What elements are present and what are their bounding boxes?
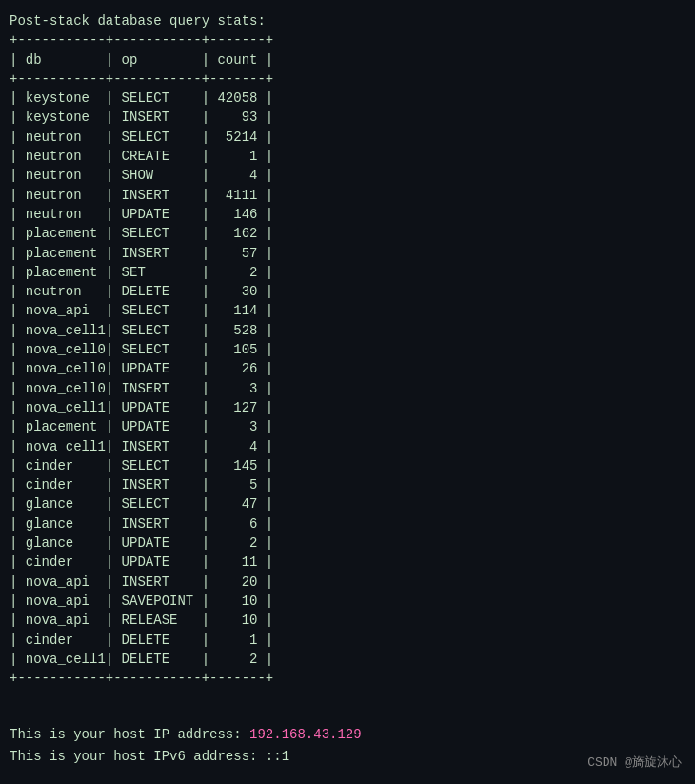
watermark-text: CSDN @旖旋沐心 [587, 754, 682, 771]
row-14: | nova_cell0| SELECT | 105 | [10, 342, 273, 357]
row-18: | placement | UPDATE | 3 | [10, 419, 273, 434]
row-11: | neutron | DELETE | 30 | [10, 284, 273, 299]
row-7: | neutron | UPDATE | 146 | [10, 207, 273, 222]
row-2: | keystone | INSERT | 93 | [10, 110, 273, 125]
row-30: | nova_cell1| DELETE | 2 | [10, 652, 273, 667]
row-10: | placement | SET | 2 | [10, 265, 273, 280]
top-separator: +-----------+-----------+-------+ [10, 32, 273, 48]
header-row: | db | op | count | [10, 52, 273, 68]
row-17: | nova_cell1| UPDATE | 127 | [10, 400, 273, 415]
row-29: | cinder | DELETE | 1 | [10, 633, 273, 648]
title-line: Post-stack database query stats: [10, 13, 266, 29]
row-16: | nova_cell0| INSERT | 3 | [10, 381, 273, 396]
row-13: | nova_cell1| SELECT | 528 | [10, 323, 273, 338]
terminal-window: Post-stack database query stats: +------… [0, 0, 695, 784]
row-20: | cinder | SELECT | 145 | [10, 458, 273, 473]
row-8: | placement | SELECT | 162 | [10, 226, 273, 241]
footer-section: This is your host IP address: 192.168.43… [10, 724, 362, 767]
row-24: | glance | UPDATE | 2 | [10, 535, 273, 551]
footer-ip-prefix: This is your host IP address: [10, 727, 249, 742]
bottom-separator: +-----------+-----------+-------+ [10, 671, 273, 686]
row-6: | neutron | INSERT | 4111 | [10, 188, 273, 203]
row-21: | cinder | INSERT | 5 | [10, 477, 273, 493]
row-28: | nova_api | RELEASE | 10 | [10, 613, 273, 628]
footer-ip-line: This is your host IP address: 192.168.43… [10, 724, 362, 745]
row-22: | glance | SELECT | 47 | [10, 496, 273, 512]
footer-ipv6-line: This is your host IPv6 address: ::1 [10, 746, 362, 767]
header-separator: +-----------+-----------+-------+ [10, 71, 273, 87]
row-19: | nova_cell1| INSERT | 4 | [10, 439, 273, 454]
footer-ip-address: 192.168.43.129 [249, 727, 362, 742]
row-12: | nova_api | SELECT | 114 | [10, 303, 273, 318]
terminal-content: Post-stack database query stats: +------… [10, 11, 685, 688]
row-25: | cinder | UPDATE | 11 | [10, 554, 273, 570]
row-15: | nova_cell0| UPDATE | 26 | [10, 361, 273, 376]
row-27: | nova_api | SAVEPOINT | 10 | [10, 593, 273, 609]
row-3: | neutron | SELECT | 5214 | [10, 130, 273, 145]
row-26: | nova_api | INSERT | 20 | [10, 574, 273, 590]
row-5: | neutron | SHOW | 4 | [10, 168, 273, 183]
row-23: | glance | INSERT | 6 | [10, 516, 273, 532]
row-1: | keystone | SELECT | 42058 | [10, 90, 273, 106]
row-9: | placement | INSERT | 57 | [10, 246, 273, 261]
row-4: | neutron | CREATE | 1 | [10, 149, 273, 164]
